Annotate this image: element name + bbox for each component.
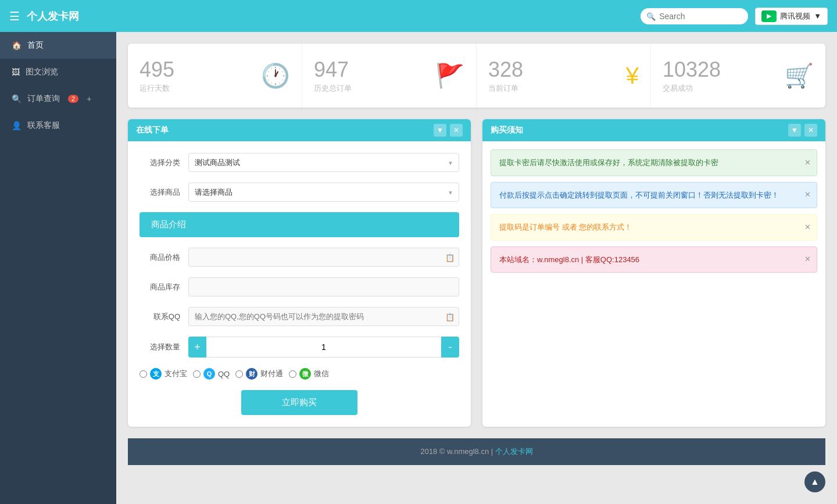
- notices-title: 购买须知: [491, 125, 523, 135]
- qq-label: 联系QQ: [140, 312, 180, 322]
- stat-card-success: 10328 交易成功 🛒: [651, 44, 825, 108]
- order-form-header: 在线下单 ▼ ✕: [128, 119, 471, 141]
- order-form-card: 在线下单 ▼ ✕ 选择分类 测试商品测试 ▼: [128, 119, 471, 427]
- product-select[interactable]: 请选择商品: [188, 183, 459, 202]
- orders-add-button[interactable]: +: [87, 94, 91, 103]
- support-icon: 👤: [12, 121, 22, 130]
- product-label: 选择商品: [140, 187, 180, 198]
- buy-button[interactable]: 立即购买: [241, 390, 357, 415]
- qq-input-wrap: 📋: [188, 307, 459, 326]
- stock-label: 商品库存: [140, 282, 180, 292]
- notice-item-red: 本站域名：w.nmegl8.cn | 客服QQ:123456 ✕: [491, 246, 817, 273]
- sidebar-item-home[interactable]: 🏠 首页: [0, 32, 116, 59]
- payment-wechat[interactable]: 微 微信: [289, 368, 329, 380]
- search-orders-icon: 🔍: [12, 94, 22, 103]
- clock-icon: 🕐: [261, 62, 290, 90]
- footer-link[interactable]: 个人发卡网: [495, 447, 533, 456]
- payment-alipay[interactable]: 支 支付宝: [140, 368, 187, 380]
- yen-icon: ¥: [626, 63, 639, 89]
- product-intro-button[interactable]: 商品介绍: [140, 212, 459, 237]
- stat-number-days: 495: [140, 58, 174, 82]
- sidebar: 🏠 首页 🖼 图文浏览 🔍 订单查询 2 + 👤 联系客服: [0, 32, 116, 504]
- notice-item-green: 提取卡密后请尽快激活使用或保存好，系统定期清除被提取的卡密 ✕: [491, 149, 817, 176]
- qq-input[interactable]: [188, 307, 459, 326]
- order-form-body: 选择分类 测试商品测试 ▼ 选择商品 请选择商品: [128, 141, 471, 427]
- orders-badge: 2: [68, 95, 78, 103]
- payment-radio-tenpay[interactable]: [235, 370, 243, 378]
- notice-close-yellow[interactable]: ✕: [804, 221, 811, 233]
- notices-body: 提取卡密后请尽快激活使用或保存好，系统定期清除被提取的卡密 ✕ 付款后按提示点击…: [482, 141, 825, 281]
- payment-radio-qq[interactable]: [193, 370, 201, 378]
- sidebar-item-support[interactable]: 👤 联系客服: [0, 112, 116, 139]
- picture-icon: 🖼: [12, 67, 20, 77]
- category-select-wrap: 测试商品测试 ▼: [188, 153, 459, 172]
- main-content: 495 运行天数 🕐 947 历史总订单 🚩 328 当前订单 ¥: [116, 32, 837, 504]
- tencent-video-button[interactable]: ▶ 腾讯视频 ▼: [755, 8, 828, 25]
- stat-label-days: 运行天数: [140, 83, 174, 94]
- qq-row: 联系QQ 📋: [140, 307, 459, 326]
- wechat-icon: 微: [299, 368, 311, 380]
- menu-icon[interactable]: ☰: [9, 9, 20, 23]
- qty-plus-button[interactable]: -: [441, 337, 459, 358]
- tencent-label: 腾讯视频: [780, 11, 810, 22]
- stat-card-current-orders: 328 当前订单 ¥: [477, 44, 651, 108]
- sidebar-item-label-picture: 图文浏览: [26, 67, 58, 77]
- sidebar-item-label-orders: 订单查询: [27, 94, 60, 104]
- payment-row: 支 支付宝 Q QQ 财 财付通: [140, 368, 459, 380]
- search-wrap: 🔍: [641, 8, 748, 24]
- flag-icon: 🚩: [435, 62, 464, 90]
- tenpay-label: 财付通: [260, 369, 283, 379]
- notice-text-blue: 付款后按提示点击确定跳转到提取页面，不可提前关闭窗口！否则无法提取到卡密！: [499, 191, 779, 199]
- collapse-button[interactable]: ▼: [434, 124, 446, 137]
- payment-radio-alipay[interactable]: [140, 370, 147, 378]
- notices-header: 购买须知 ▼ ✕: [482, 119, 825, 141]
- price-input[interactable]: [188, 248, 459, 267]
- close-button[interactable]: ✕: [450, 124, 463, 137]
- payment-qq[interactable]: Q QQ: [193, 368, 230, 380]
- cart-icon: 🛒: [785, 62, 814, 90]
- order-form-title: 在线下单: [136, 125, 169, 135]
- main-layout: 🏠 首页 🖼 图文浏览 🔍 订单查询 2 + 👤 联系客服 495 运行天数: [0, 32, 837, 504]
- notice-item-yellow: 提取码是订单编号 或者 您的联系方式！ ✕: [491, 214, 817, 241]
- footer-text: 2018 © w.nmegl8.cn | 个人发卡网: [420, 447, 533, 456]
- category-row: 选择分类 测试商品测试 ▼: [140, 153, 459, 172]
- sidebar-item-picture[interactable]: 🖼 图文浏览: [0, 59, 116, 85]
- stat-card-total-orders: 947 历史总订单 🚩: [302, 44, 477, 108]
- notices-collapse-button[interactable]: ▼: [788, 124, 801, 137]
- scroll-top-button[interactable]: ▲: [804, 471, 825, 492]
- sidebar-item-orders[interactable]: 🔍 订单查询 2 +: [0, 85, 116, 112]
- alipay-label: 支付宝: [164, 369, 187, 379]
- payment-tenpay[interactable]: 财 财付通: [235, 368, 283, 380]
- stat-card-days: 495 运行天数 🕐: [128, 44, 302, 108]
- tenpay-icon: 财: [246, 368, 257, 380]
- stat-label-success: 交易成功: [663, 83, 721, 94]
- notice-text-red: 本站域名：w.nmegl8.cn | 客服QQ:123456: [499, 255, 639, 264]
- payment-radio-wechat[interactable]: [289, 370, 296, 378]
- qty-minus-button[interactable]: +: [188, 337, 206, 358]
- search-input[interactable]: [641, 8, 748, 24]
- notices-close-button[interactable]: ✕: [804, 124, 817, 137]
- tencent-logo: ▶: [761, 10, 777, 22]
- search-icon: 🔍: [646, 12, 656, 20]
- notice-close-green[interactable]: ✕: [804, 157, 811, 169]
- site-title: 个人发卡网: [27, 9, 641, 23]
- footer: 2018 © w.nmegl8.cn | 个人发卡网: [128, 438, 825, 465]
- notice-item-blue: 付款后按提示点击确定跳转到提取页面，不可提前关闭窗口！否则无法提取到卡密！ ✕: [491, 182, 817, 209]
- qty-row: 选择数量 + -: [140, 337, 459, 358]
- header: ☰ 个人发卡网 🔍 ▶ 腾讯视频 ▼: [0, 0, 837, 32]
- qq-copy-icon: 📋: [445, 312, 455, 321]
- stock-row: 商品库存: [140, 277, 459, 296]
- home-icon: 🏠: [12, 41, 22, 50]
- qty-input[interactable]: [206, 337, 441, 358]
- notices-card: 购买须知 ▼ ✕ 提取卡密后请尽快激活使用或保存好，系统定期清除被提取的卡密 ✕…: [482, 119, 825, 427]
- sidebar-item-label-home: 首页: [27, 40, 44, 51]
- notice-text-yellow: 提取码是订单编号 或者 您的联系方式！: [499, 223, 632, 231]
- tencent-arrow: ▼: [814, 12, 821, 20]
- notice-close-red[interactable]: ✕: [804, 254, 811, 266]
- product-select-wrap: 请选择商品 ▼: [188, 183, 459, 202]
- price-label: 商品价格: [140, 252, 180, 263]
- notices-header-actions: ▼ ✕: [788, 124, 817, 137]
- copy-icon: 📋: [445, 253, 455, 262]
- category-select[interactable]: 测试商品测试: [188, 153, 459, 172]
- notice-close-blue[interactable]: ✕: [804, 190, 811, 201]
